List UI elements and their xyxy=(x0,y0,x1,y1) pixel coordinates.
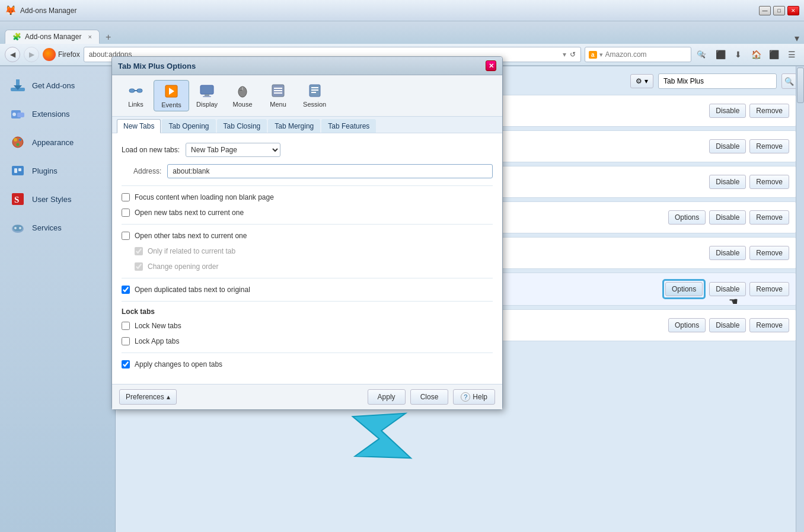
only-related-checkbox[interactable] xyxy=(135,247,143,255)
sidebar-item-get-addons[interactable]: Get Add-ons xyxy=(0,71,115,100)
svg-text:S: S xyxy=(14,195,19,204)
toolbar-btn-events[interactable]: Events xyxy=(154,80,189,111)
sidebar-item-label-plugins: Plugins xyxy=(32,166,58,175)
address-reload-icon[interactable]: ↺ xyxy=(570,50,576,59)
display-icon xyxy=(199,82,215,99)
apply-changes-row: Apply changes to open tabs xyxy=(122,359,493,370)
tab-addons-manager[interactable]: 🧩 Add-ons Manager × xyxy=(5,30,100,44)
yslow-options-btn[interactable]: Options xyxy=(668,318,706,332)
help-btn[interactable]: ? Help xyxy=(453,389,495,405)
back-btn[interactable]: ◀ xyxy=(5,47,20,62)
addon-disable-btn-3[interactable]: Disable xyxy=(709,175,746,189)
menu-btn[interactable]: ☰ xyxy=(784,47,799,62)
svg-rect-48 xyxy=(274,90,282,91)
address-input[interactable] xyxy=(167,164,493,178)
open-dupes-label: Open duplicated tabs next to original xyxy=(135,286,250,294)
open-dupes-checkbox[interactable] xyxy=(122,286,130,294)
apply-btn[interactable]: Apply xyxy=(368,389,406,405)
dialog-tab-tab-closing[interactable]: Tab Closing xyxy=(217,119,267,133)
sidebar-item-label-user-styles: User Styles xyxy=(32,195,71,204)
developer-btn[interactable]: ⬛ xyxy=(766,47,781,62)
forward-btn[interactable]: ▶ xyxy=(24,47,39,62)
home-btn[interactable]: 🏠 xyxy=(748,47,764,62)
preferences-btn[interactable]: Preferences ▴ xyxy=(119,389,177,405)
toolbar-btn-menu[interactable]: Menu xyxy=(260,80,296,111)
maximize-btn[interactable]: □ xyxy=(773,6,785,15)
lock-app-checkbox[interactable] xyxy=(122,337,130,345)
focus-content-row: Focus content when loading non blank pag… xyxy=(122,192,493,203)
extensions-icon xyxy=(9,105,26,122)
events-icon xyxy=(163,83,180,100)
session-icon xyxy=(307,82,323,99)
mouse-icon xyxy=(234,82,251,99)
addon-disable-btn-4[interactable]: Disable xyxy=(709,210,746,225)
gear-btn[interactable]: ⚙ ▾ xyxy=(630,74,653,88)
addon-search-input[interactable] xyxy=(658,73,777,89)
close-btn[interactable]: ✕ xyxy=(787,6,799,15)
services-icon xyxy=(9,219,26,236)
addon-disable-btn-6[interactable]: Disable xyxy=(709,282,746,296)
tab-close-btn[interactable]: × xyxy=(88,33,92,40)
download-btn[interactable]: ⬇ xyxy=(730,47,746,62)
yslow-disable-btn[interactable]: Disable xyxy=(709,318,746,332)
toolbar-btn-links[interactable]: Links xyxy=(118,80,154,111)
sync-btn[interactable]: ⬛ xyxy=(713,47,728,62)
scrollbar[interactable] xyxy=(796,66,804,532)
address-lock-icon: ▾ xyxy=(563,50,566,59)
apply-changes-checkbox[interactable] xyxy=(122,360,130,368)
addon-remove-btn-6[interactable]: Remove xyxy=(749,282,789,296)
browser-icon: 🦊 xyxy=(5,5,17,16)
addon-remove-btn-3[interactable]: Remove xyxy=(749,175,789,189)
dialog-close-btn[interactable]: ✕ xyxy=(486,60,496,71)
addon-remove-btn-2[interactable]: Remove xyxy=(749,139,789,153)
addon-remove-btn-4[interactable]: Remove xyxy=(749,210,789,225)
links-icon xyxy=(127,82,144,99)
dialog-title-text: Tab Mix Plus Options xyxy=(118,62,196,70)
dialog-tab-new-tabs[interactable]: New Tabs xyxy=(117,119,161,133)
minimize-btn[interactable]: — xyxy=(759,6,771,15)
addon-disable-btn-5[interactable]: Disable xyxy=(709,246,746,260)
addon-remove-btn-5[interactable]: Remove xyxy=(749,246,789,260)
focus-content-checkbox[interactable] xyxy=(122,193,130,201)
amazon-search-bar[interactable]: a ▾ 🔍 xyxy=(585,47,691,62)
addon-options-btn-4[interactable]: Options xyxy=(668,210,706,225)
addon-remove-btn-1[interactable]: Remove xyxy=(749,104,789,118)
lock-app-row: Lock App tabs xyxy=(122,336,493,347)
lock-new-checkbox[interactable] xyxy=(122,322,130,330)
open-next-checkbox[interactable] xyxy=(122,209,130,217)
sidebar-item-user-styles[interactable]: S User Styles xyxy=(0,185,115,213)
addon-disable-btn-2[interactable]: Disable xyxy=(709,139,746,153)
toolbar-btn-display-label: Display xyxy=(196,101,218,108)
new-tab-btn[interactable]: + xyxy=(102,31,114,44)
address-row: Address: xyxy=(122,164,493,178)
sidebar-item-extensions[interactable]: Extensions xyxy=(0,100,115,128)
toolbar-btn-mouse[interactable]: Mouse xyxy=(225,80,260,111)
svg-rect-40 xyxy=(200,85,213,94)
bookmarks-star-btn[interactable]: ☆ xyxy=(695,47,710,62)
yslow-remove-btn[interactable]: Remove xyxy=(749,318,789,332)
window-title: Add-ons Manager xyxy=(20,7,76,15)
sidebar-item-appearance[interactable]: Appearance xyxy=(0,128,115,156)
address-label: Address: xyxy=(133,167,161,175)
addon-search-btn[interactable]: 🔍 xyxy=(781,73,797,89)
toolbar-btn-display[interactable]: Display xyxy=(189,80,225,111)
dialog-tab-tab-merging[interactable]: Tab Merging xyxy=(268,119,320,133)
dialog-tab-tab-opening[interactable]: Tab Opening xyxy=(162,119,215,133)
dialog-tab-tab-features[interactable]: Tab Features xyxy=(321,119,376,133)
tab-overflow-icon[interactable]: ▾ xyxy=(795,33,799,44)
dialog-footer-close-btn[interactable]: Close xyxy=(410,389,449,405)
addon-actions-6: Options Disable Remove xyxy=(662,279,789,299)
scrollbar-thumb[interactable] xyxy=(797,68,804,103)
load-select[interactable]: New Tab Page Blank page Home page xyxy=(186,143,280,157)
open-other-checkbox[interactable] xyxy=(122,232,130,240)
amazon-search-input[interactable] xyxy=(605,50,694,59)
toolbar-btn-session[interactable]: Session xyxy=(296,80,333,111)
apply-changes-label: Apply changes to open tabs xyxy=(135,360,222,368)
divider-4 xyxy=(122,301,493,302)
addon-disable-btn-1[interactable]: Disable xyxy=(709,104,746,118)
addon-options-btn-6[interactable]: Options xyxy=(665,282,703,296)
change-order-checkbox[interactable] xyxy=(135,262,143,271)
sidebar-item-services[interactable]: Services xyxy=(0,213,115,242)
svg-point-9 xyxy=(17,143,20,146)
sidebar-item-plugins[interactable]: Plugins xyxy=(0,156,115,185)
